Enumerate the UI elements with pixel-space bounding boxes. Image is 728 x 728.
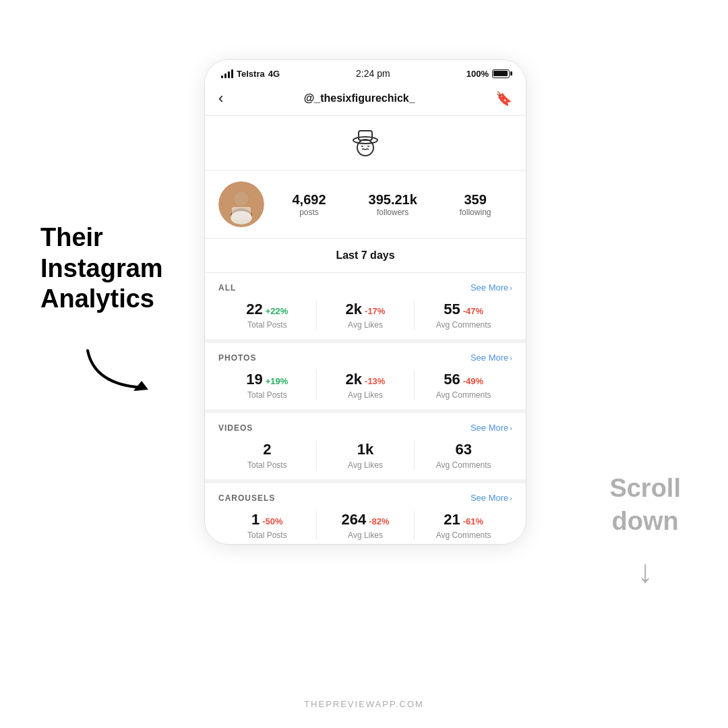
section-title-all: ALL xyxy=(218,283,236,293)
following-label: following xyxy=(460,208,491,217)
metric-label-videos-0: Total Posts xyxy=(224,460,311,470)
metric-item-all-0: 22+22%Total Posts xyxy=(218,301,317,330)
following-stat: 359 following xyxy=(460,192,491,217)
metric-value-videos-2: 63 xyxy=(455,441,471,458)
metric-value-photos-2: 56 xyxy=(444,371,460,388)
metric-item-carousels-1: 264-82%Avg Likes xyxy=(317,511,415,540)
metric-label-carousels-2: Avg Comments xyxy=(420,530,507,540)
metric-value-all-1: 2k xyxy=(346,301,362,317)
back-button[interactable]: ‹ xyxy=(218,90,223,107)
metric-value-photos-1: 2k xyxy=(346,371,362,388)
svg-rect-11 xyxy=(232,207,251,219)
metric-value-all-0: 22 xyxy=(246,301,262,317)
metric-item-carousels-2: 21-61%Avg Comments xyxy=(415,511,512,540)
section-title-carousels: CAROUSELS xyxy=(218,493,275,503)
profile-stats-row: 4,692 posts 395.21k followers 359 follow… xyxy=(205,171,526,239)
down-arrow-icon: ↓ xyxy=(609,551,681,593)
metric-item-photos-1: 2k-13%Avg Likes xyxy=(317,371,415,400)
metric-label-carousels-1: Avg Likes xyxy=(322,530,409,540)
metric-change-carousels-1: -82% xyxy=(369,516,389,526)
section-title-videos: VIDEOS xyxy=(218,423,253,433)
arrow-container xyxy=(81,344,155,400)
section-header-videos: VIDEOSSee More › xyxy=(218,423,512,433)
battery-icon xyxy=(492,69,510,78)
left-label-line3: Analytics xyxy=(40,284,163,315)
metric-label-photos-0: Total Posts xyxy=(224,390,311,400)
network-label: 4G xyxy=(268,69,280,79)
metric-label-photos-1: Avg Likes xyxy=(322,390,409,400)
metric-label-all-1: Avg Likes xyxy=(322,320,409,330)
svg-point-10 xyxy=(234,191,249,206)
period-row: Last 7 days xyxy=(205,239,526,273)
avatar xyxy=(218,181,264,227)
anonymous-icon xyxy=(348,125,383,160)
metrics-row-carousels: 1-50%Total Posts264-82%Avg Likes21-61%Av… xyxy=(218,511,512,540)
status-bar: Telstra 4G 2:24 pm 100% xyxy=(205,60,526,84)
bookmark-icon[interactable]: 🔖 xyxy=(495,90,512,107)
followers-value: 395.21k xyxy=(369,192,417,208)
section-header-carousels: CAROUSELSSee More › xyxy=(218,493,512,503)
metric-label-carousels-0: Total Posts xyxy=(224,530,311,540)
page-wrapper: Their Instagram Analytics Scroll down ↓ xyxy=(0,0,728,728)
curved-arrow-icon xyxy=(81,344,155,398)
phone-mockup: Telstra 4G 2:24 pm 100% ‹ @_thesixfigure… xyxy=(204,59,526,545)
metric-label-all-2: Avg Comments xyxy=(420,320,507,330)
metric-value-carousels-2: 21 xyxy=(444,511,460,528)
posts-stat: 4,692 posts xyxy=(292,192,326,217)
metric-value-photos-0: 19 xyxy=(246,371,262,388)
analytics-sections: ALLSee More ›22+22%Total Posts2k-17%Avg … xyxy=(205,273,526,544)
see-more-carousels[interactable]: See More › xyxy=(471,493,512,503)
metric-label-photos-2: Avg Comments xyxy=(420,390,507,400)
metric-item-all-1: 2k-17%Avg Likes xyxy=(317,301,415,330)
metric-item-photos-2: 56-49%Avg Comments xyxy=(415,371,512,400)
followers-stat: 395.21k followers xyxy=(369,192,417,217)
metric-item-photos-0: 19+19%Total Posts xyxy=(218,371,317,400)
metric-change-all-0: +22% xyxy=(266,306,289,316)
left-label: Their Instagram Analytics xyxy=(40,222,163,315)
metric-change-photos-0: +19% xyxy=(266,376,289,386)
metric-label-all-0: Total Posts xyxy=(224,320,311,330)
svg-point-3 xyxy=(357,140,373,156)
metric-value-carousels-0: 1 xyxy=(251,511,260,528)
metric-item-videos-2: 63Avg Comments xyxy=(415,441,512,470)
metric-value-carousels-1: 264 xyxy=(341,511,366,528)
carrier-label: Telstra xyxy=(237,69,265,79)
metric-change-all-2: -47% xyxy=(463,306,483,316)
metric-label-videos-1: Avg Likes xyxy=(322,460,409,470)
metrics-row-all: 22+22%Total Posts2k-17%Avg Likes55-47%Av… xyxy=(218,301,512,330)
see-more-all[interactable]: See More › xyxy=(471,282,512,293)
metric-value-videos-0: 2 xyxy=(263,441,271,458)
left-label-line2: Instagram xyxy=(40,253,163,284)
chevron-right-icon: › xyxy=(510,494,512,502)
metric-item-carousels-0: 1-50%Total Posts xyxy=(218,511,317,540)
footer-text: THEPREVIEWAPP.COM xyxy=(304,699,424,709)
posts-value: 4,692 xyxy=(292,192,326,208)
chevron-right-icon: › xyxy=(510,424,512,432)
section-all: ALLSee More ›22+22%Total Posts2k-17%Avg … xyxy=(205,273,526,343)
metric-item-videos-0: 2Total Posts xyxy=(218,441,317,470)
section-videos: VIDEOSSee More ›2Total Posts1kAvg Likes6… xyxy=(205,413,526,483)
nav-bar: ‹ @_thesixfigurechick_ 🔖 xyxy=(205,84,526,116)
nav-title: @_thesixfigurechick_ xyxy=(304,92,415,104)
period-label: Last 7 days xyxy=(336,249,394,261)
following-value: 359 xyxy=(460,192,491,208)
followers-label: followers xyxy=(369,208,417,217)
section-title-photos: PHOTOS xyxy=(218,353,256,363)
status-time: 2:24 pm xyxy=(356,68,390,79)
metric-change-carousels-0: -50% xyxy=(262,516,282,526)
chevron-right-icon: › xyxy=(510,354,512,362)
see-more-videos[interactable]: See More › xyxy=(471,423,512,433)
metric-item-videos-1: 1kAvg Likes xyxy=(317,441,415,470)
signal-bars-icon xyxy=(221,69,233,78)
metric-change-photos-2: -49% xyxy=(463,376,483,386)
metric-value-all-2: 55 xyxy=(444,301,460,317)
metric-value-videos-1: 1k xyxy=(357,441,373,458)
posts-label: posts xyxy=(292,208,326,217)
see-more-photos[interactable]: See More › xyxy=(471,353,512,363)
left-label-line1: Their xyxy=(40,222,163,253)
metric-item-all-2: 55-47%Avg Comments xyxy=(415,301,512,330)
status-left: Telstra 4G xyxy=(221,69,280,79)
metric-change-all-1: -17% xyxy=(365,306,385,316)
right-scroll-label: Scroll down ↓ xyxy=(609,472,681,593)
section-header-all: ALLSee More › xyxy=(218,282,512,293)
